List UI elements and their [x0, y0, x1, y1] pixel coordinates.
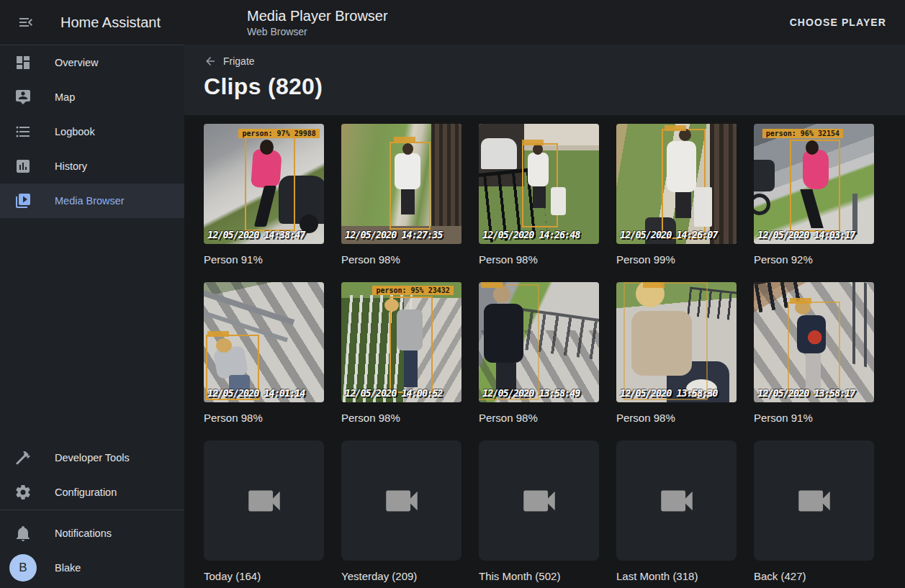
clip-item[interactable]: person: 96% 32154 12/05/2020 14:03:17 Pe… [754, 124, 874, 266]
video-camera-icon [518, 480, 560, 522]
clip-item[interactable]: person: 97% 29988 12/05/2020 14:38:47 Pe… [204, 124, 324, 266]
detection-bbox [390, 142, 431, 230]
clip-item[interactable]: person: 95% 23432 12/05/2020 14:00:52 Pe… [341, 282, 461, 425]
bell-icon [14, 525, 32, 542]
sidebar-item-notifications[interactable]: Notifications [0, 516, 184, 551]
clip-thumbnail[interactable]: 12/05/2020 14:26:07 [616, 124, 737, 244]
dialog-header: Media Player Browser Web Browser [184, 7, 784, 37]
media-browser-content: Frigate Clips (820) person: 97% 29988 12… [184, 45, 905, 588]
menu-open-icon [17, 14, 35, 31]
detection-label: person: 96% 32154 [762, 129, 843, 138]
folder-thumbnail[interactable] [479, 440, 599, 561]
folder-caption: Today (164) [204, 570, 324, 583]
detection-bbox [662, 129, 705, 240]
folder-item[interactable]: This Month (502) [479, 440, 599, 583]
folder-item[interactable]: Today (164) [204, 440, 324, 583]
video-camera-icon [243, 480, 285, 522]
folder-thumbnail[interactable] [754, 440, 874, 561]
sidebar-item-label: Developer Tools [55, 452, 130, 463]
sidebar-item-label: Notifications [55, 528, 112, 539]
clip-thumbnail[interactable]: 12/05/2020 14:26:48 [479, 124, 599, 244]
clip-caption: Person 98% [616, 412, 737, 425]
folder-thumbnail[interactable] [204, 440, 324, 561]
folder-caption: Yesterday (209) [341, 570, 461, 583]
sidebar-item-logbook[interactable]: Logbook [0, 114, 184, 149]
timestamp-overlay: 12/05/2020 14:27:35 [345, 229, 442, 240]
sidebar-item-configuration[interactable]: Configuration [0, 475, 184, 510]
clip-item[interactable]: 12/05/2020 14:26:48 Person 98% [479, 124, 599, 266]
clip-thumbnail[interactable]: 12/05/2020 13:58:17 [754, 282, 874, 402]
clip-grid-area: person: 97% 29988 12/05/2020 14:38:47 Pe… [184, 115, 905, 588]
detection-bbox [390, 297, 433, 393]
clip-grid: person: 97% 29988 12/05/2020 14:38:47 Pe… [204, 124, 905, 583]
page-title: Clips (820) [204, 73, 905, 100]
clip-item[interactable]: 12/05/2020 13:58:17 Person 91% [754, 282, 874, 425]
folder-item[interactable]: Back (427) [754, 440, 874, 583]
sidebar-toggle-button[interactable] [14, 11, 37, 34]
folder-caption: This Month (502) [479, 570, 599, 583]
folder-item[interactable]: Yesterday (209) [341, 440, 461, 583]
sidebar-item-media-browser[interactable]: Media Browser [0, 184, 184, 218]
clip-item[interactable]: 12/05/2020 14:27:35 Person 98% [341, 124, 461, 266]
clip-thumbnail[interactable]: 12/05/2020 13:58:30 [616, 282, 737, 402]
sidebar-spacer [0, 218, 184, 440]
scene-object [852, 282, 874, 369]
timestamp-overlay: 12/05/2020 13:58:49 [482, 387, 580, 399]
sidebar-item-history[interactable]: History [0, 149, 184, 184]
breadcrumb-label: Frigate [223, 55, 255, 67]
clip-caption: Person 98% [341, 412, 461, 425]
detection-label [394, 137, 415, 143]
user-name: Blake [55, 562, 81, 574]
clip-item[interactable]: 12/05/2020 14:01:14 Person 98% [204, 282, 324, 425]
scene-object [754, 160, 775, 191]
chart-box-icon [14, 158, 32, 175]
clip-thumbnail[interactable]: person: 96% 32154 12/05/2020 14:03:17 [754, 124, 874, 244]
clip-thumbnail[interactable]: person: 97% 29988 12/05/2020 14:38:47 [204, 124, 324, 244]
dialog-title: Media Player Browser [247, 7, 784, 24]
sidebar-item-label: Media Browser [55, 195, 125, 207]
sidebar-footer: Notifications B Blake [0, 510, 184, 588]
timestamp-overlay: 12/05/2020 14:38:47 [207, 229, 305, 240]
folder-caption: Last Month (318) [616, 570, 737, 583]
detection-label: person: 95% 23432 [372, 286, 453, 295]
clip-thumbnail[interactable]: 12/05/2020 14:27:35 [341, 124, 461, 244]
clip-caption: Person 91% [204, 253, 324, 266]
clip-item[interactable]: 12/05/2020 13:58:49 Person 98% [479, 282, 599, 425]
timestamp-overlay: 12/05/2020 14:01:14 [207, 387, 305, 399]
scene-object [481, 138, 517, 169]
folder-thumbnail[interactable] [616, 440, 737, 561]
timestamp-overlay: 12/05/2020 13:58:30 [620, 387, 717, 399]
dashboard-icon [14, 54, 32, 71]
video-camera-icon [656, 480, 698, 522]
top-app-bar: Home Assistant Media Player Browser Web … [0, 0, 905, 45]
clip-thumbnail[interactable]: 12/05/2020 13:58:49 [479, 282, 599, 402]
sidebar-item-map[interactable]: Map [0, 80, 184, 114]
timestamp-overlay: 12/05/2020 13:58:17 [757, 387, 855, 399]
sidebar: Overview Map Logbook History Media Brows… [0, 45, 184, 588]
dialog-subtitle: Web Browser [247, 26, 784, 37]
clip-item[interactable]: 12/05/2020 14:26:07 Person 99% [616, 124, 737, 266]
account-location-icon [14, 89, 32, 106]
clip-item[interactable]: 12/05/2020 13:58:30 Person 98% [616, 282, 737, 425]
topbar-left: Home Assistant [0, 11, 184, 34]
clip-thumbnail[interactable]: 12/05/2020 14:01:14 [204, 282, 324, 402]
breadcrumb-back[interactable]: Frigate [204, 55, 905, 68]
user-avatar[interactable]: B [9, 554, 37, 582]
detection-label [481, 282, 503, 288]
sidebar-item-label: Logbook [55, 126, 95, 137]
timestamp-overlay: 12/05/2020 14:03:17 [757, 229, 855, 240]
choose-player-button[interactable]: CHOOSE PLAYER [784, 11, 892, 34]
folder-item[interactable]: Last Month (318) [616, 440, 737, 583]
sidebar-item-developer-tools[interactable]: Developer Tools [0, 440, 184, 475]
sidebar-item-label: Overview [55, 57, 98, 68]
detection-label [643, 282, 665, 288]
folder-thumbnail[interactable] [341, 440, 461, 561]
clip-thumbnail[interactable]: person: 95% 23432 12/05/2020 14:00:52 [341, 282, 461, 402]
scene-object [493, 286, 510, 303]
list-bulleted-icon [14, 123, 32, 140]
sidebar-item-overview[interactable]: Overview [0, 45, 184, 80]
sidebar-item-user[interactable]: B Blake [0, 551, 184, 585]
play-box-multiple-icon [14, 192, 32, 209]
detection-bbox [479, 284, 539, 399]
scene-object [754, 194, 770, 215]
